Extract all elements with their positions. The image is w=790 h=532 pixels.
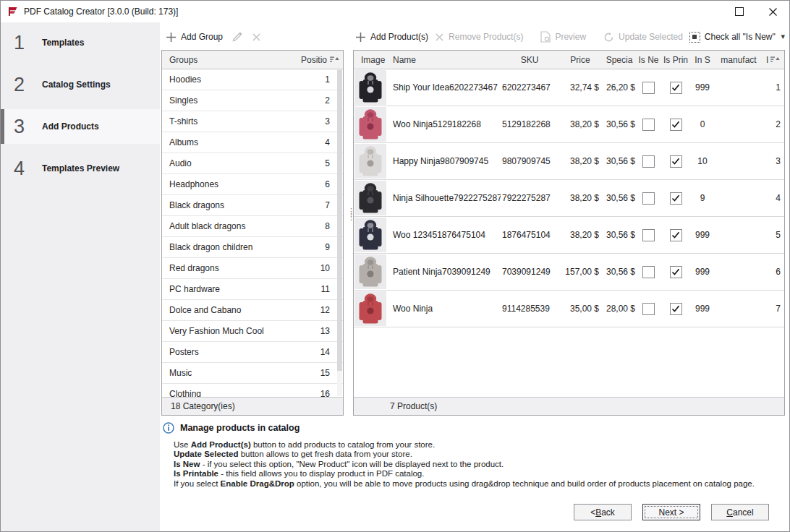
column-header-price[interactable]: Price — [558, 55, 602, 65]
close-button[interactable] — [756, 1, 789, 22]
group-row[interactable]: Red dragons10 — [162, 258, 343, 279]
plus-icon — [355, 32, 366, 43]
sidebar-step-add-products[interactable]: 3Add Products — [1, 109, 160, 144]
add-group-button[interactable]: Add Group — [166, 32, 223, 43]
preview-button[interactable]: Preview — [540, 31, 586, 43]
is-new-checkbox[interactable] — [642, 303, 655, 315]
hoodie-image — [358, 182, 383, 214]
is-printable-checkbox[interactable] — [670, 266, 682, 278]
is-printable-checkbox[interactable] — [670, 82, 682, 94]
group-row[interactable]: Audio5 — [162, 153, 343, 174]
group-row[interactable]: Albums4 — [162, 132, 343, 153]
product-special-price: 30,56 $ — [602, 193, 637, 203]
window-title: PDF Catalog Creator [3.0.0 (Build: 173)] — [24, 7, 178, 17]
column-header-is-new[interactable]: Is Ne — [637, 55, 661, 65]
column-header-name[interactable]: Name — [387, 55, 501, 65]
is-printable-checkbox[interactable] — [670, 229, 682, 241]
is-new-checkbox[interactable] — [642, 266, 655, 278]
product-price: 38,20 $ — [558, 193, 602, 203]
is-printable-cell — [661, 119, 691, 131]
group-row[interactable]: Headphones6 — [162, 174, 343, 195]
groups-scrollbar[interactable] — [337, 69, 342, 396]
group-name: Headphones — [162, 179, 218, 189]
is-new-cell — [637, 192, 661, 205]
update-selected-button[interactable]: Update Selected — [603, 32, 683, 43]
group-row[interactable]: Singles2 — [162, 90, 343, 111]
add-products-button[interactable]: Add Product(s) — [355, 32, 428, 43]
group-row[interactable]: Hoodies1 — [162, 69, 343, 90]
is-new-checkbox[interactable] — [642, 119, 655, 131]
group-row[interactable]: Clothing16 — [162, 384, 343, 397]
is-printable-checkbox[interactable] — [670, 155, 682, 168]
sidebar-step-templates-preview[interactable]: 4Templates Preview — [1, 151, 160, 186]
column-header-image[interactable]: Image — [354, 55, 387, 65]
position-column-header[interactable]: Positio — [301, 55, 343, 65]
is-new-checkbox[interactable] — [642, 155, 655, 168]
product-name: Woo Ninja — [387, 304, 501, 314]
group-row[interactable]: Black dragons7 — [162, 195, 343, 216]
column-header-is-printable[interactable]: Is Prin — [661, 55, 691, 65]
column-header-special[interactable]: Specia — [602, 55, 637, 65]
product-price: 38,20 $ — [558, 156, 602, 166]
info-header: Manage products in catalog — [163, 422, 300, 434]
check-all-is-new-button[interactable]: Check all "Is New" — [689, 32, 776, 43]
product-row[interactable]: Happy Ninja9807909745980790974538,20 $30… — [354, 143, 784, 180]
group-row[interactable]: Adult black dragons8 — [162, 216, 343, 237]
group-name: Posters — [162, 347, 199, 357]
is-new-cell — [637, 155, 661, 168]
toolbar-overflow-button[interactable]: ▾ — [781, 32, 785, 41]
group-name: Very Fashion Much Cool — [162, 326, 264, 336]
is-new-cell — [637, 229, 661, 241]
group-row[interactable]: T-shirts3 — [162, 111, 343, 132]
product-row[interactable]: Woo Ninja5129182268512918226838,20 $30,5… — [354, 106, 784, 143]
product-image — [354, 144, 387, 179]
group-name: Music — [162, 368, 192, 378]
product-row[interactable]: Ship Your Idea6202273467620227346732,74 … — [354, 69, 784, 106]
group-row[interactable]: Black dragon children9 — [162, 237, 343, 258]
delete-group-button[interactable] — [252, 33, 261, 42]
column-header-in-stock[interactable]: In S — [691, 55, 714, 65]
product-row[interactable]: Woo Ninja911428553935,00 $28,00 $9997 — [354, 291, 784, 327]
group-row[interactable]: PC hardware11 — [162, 279, 343, 300]
is-printable-checkbox[interactable] — [670, 192, 682, 205]
active-step-indicator — [1, 109, 4, 144]
panel-splitter[interactable]: ⋮⋮ — [347, 209, 351, 219]
remove-products-label: Remove Product(s) — [449, 32, 523, 42]
edit-group-button[interactable] — [232, 31, 243, 43]
hoodie-image — [358, 293, 383, 325]
is-new-checkbox[interactable] — [642, 82, 655, 94]
sidebar-step-templates[interactable]: 1Templates — [1, 25, 160, 60]
titlebar: PDF Catalog Creator [3.0.0 (Build: 173)] — [1, 1, 789, 22]
group-row[interactable]: Posters14 — [162, 342, 343, 363]
is-printable-checkbox[interactable] — [670, 119, 682, 131]
product-in-stock: 10 — [691, 156, 714, 166]
product-id: 2 — [763, 119, 785, 129]
is-new-checkbox[interactable] — [642, 229, 655, 241]
main-area: Add Group Add Product(s) Remove Product(… — [160, 22, 790, 532]
group-row[interactable]: Very Fashion Much Cool13 — [162, 321, 343, 342]
column-header-id[interactable]: I — [763, 55, 784, 65]
product-row[interactable]: Ninja Silhouette7922275287792227528738,2… — [354, 180, 784, 217]
product-row[interactable]: Woo 123451876475104187647510438,20 $30,5… — [354, 217, 784, 254]
groups-table-header: Groups Positio — [162, 51, 343, 69]
maximize-button[interactable] — [723, 1, 756, 22]
step-number: 1 — [14, 32, 33, 54]
group-row[interactable]: Music15 — [162, 363, 343, 384]
cancel-button[interactable]: Cancel — [711, 504, 769, 520]
is-new-checkbox[interactable] — [642, 192, 655, 205]
sidebar-step-catalog-settings[interactable]: 2Catalog Settings — [1, 67, 160, 102]
back-button[interactable]: < Back — [574, 504, 632, 520]
info-title: Manage products in catalog — [180, 423, 300, 433]
groups-column-header[interactable]: Groups — [162, 55, 198, 65]
next-button[interactable]: Next > — [642, 504, 700, 520]
column-header-sku[interactable]: SKU — [501, 55, 558, 65]
product-row[interactable]: Patient Ninja70390912497039091249157,00 … — [354, 254, 784, 291]
groups-scrollbar-thumb[interactable] — [337, 70, 342, 371]
column-header-manufacturer[interactable]: manufact — [714, 55, 763, 65]
remove-products-button[interactable]: Remove Product(s) — [435, 32, 523, 42]
product-name: Woo Ninja5129182268 — [387, 119, 501, 129]
is-printable-cell — [661, 303, 691, 315]
group-row[interactable]: Dolce and Cabano12 — [162, 300, 343, 321]
is-printable-checkbox[interactable] — [670, 303, 682, 315]
product-in-stock: 9 — [691, 193, 714, 203]
